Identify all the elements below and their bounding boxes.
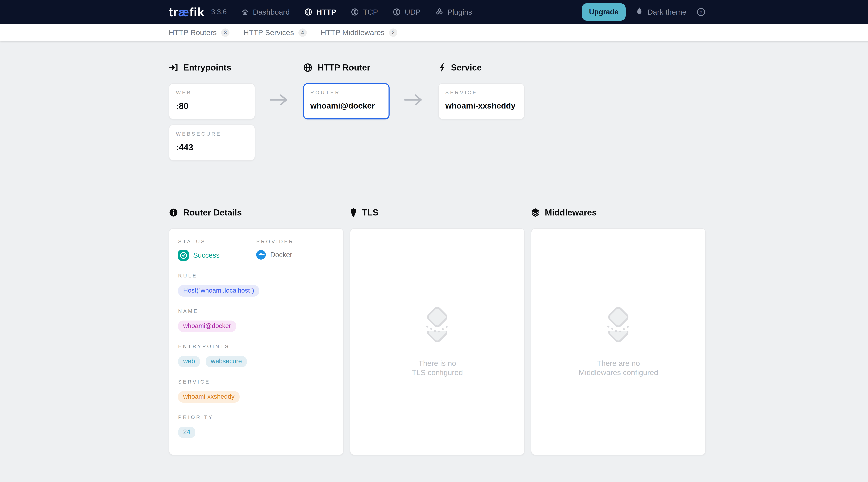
empty-layers-icon	[420, 306, 455, 345]
tls-empty-card: There is no TLS configured	[350, 228, 525, 455]
entrypoints-column: Entrypoints WEB :80 WEBSECURE :443	[169, 62, 255, 161]
name-field: NAME whoami@docker	[178, 308, 334, 332]
name-label: NAME	[178, 308, 334, 314]
card-label: WEBSECURE	[176, 131, 248, 137]
rule-field: RULE Host(`whoami.localhost`)	[178, 273, 334, 297]
priority-label: PRIORITY	[178, 415, 334, 420]
empty-layers-icon	[600, 306, 636, 345]
count-badge: 4	[299, 28, 307, 37]
rule-pill: Host(`whoami.localhost`)	[178, 285, 259, 297]
name-pill: whoami@docker	[178, 321, 236, 332]
middlewares-title: Middlewares	[531, 208, 706, 217]
nav-item-dashboard[interactable]: Dashboard	[241, 8, 290, 16]
entrypoint-card-web[interactable]: WEB :80	[169, 83, 255, 119]
status-label: STATUS	[178, 239, 256, 244]
service-label: SERVICE	[178, 379, 334, 385]
flow-arrow-icon	[390, 62, 438, 106]
router-details-title: Router Details	[169, 208, 344, 217]
http-router-title: HTTP Router	[303, 62, 390, 72]
service-field: SERVICE whoami-xxsheddy	[178, 379, 334, 403]
count-badge: 3	[221, 28, 229, 37]
card-label: SERVICE	[445, 90, 517, 95]
entrypoints-title: Entrypoints	[169, 62, 255, 72]
tab-label: HTTP Middlewares	[321, 28, 384, 37]
udp-icon	[393, 8, 401, 16]
service-pill[interactable]: whoami-xxsheddy	[178, 391, 239, 403]
middlewares-empty-text: There are no Middlewares configured	[579, 359, 658, 377]
tab-label: HTTP Routers	[169, 28, 217, 37]
info-icon	[169, 208, 178, 217]
globe-icon	[303, 63, 313, 72]
docker-icon	[256, 250, 266, 260]
traefik-logo[interactable]: træfik	[169, 5, 205, 19]
card-value: :443	[176, 142, 248, 152]
nav-label: Dashboard	[253, 8, 290, 16]
provider-value: Docker	[270, 251, 292, 259]
plugins-cubes-icon	[435, 8, 443, 16]
svg-text:?: ?	[700, 9, 703, 15]
service-title: Service	[438, 62, 525, 72]
router-details-card: STATUS Success PROVID	[169, 228, 344, 455]
service-column: Service SERVICE whoami-xxsheddy	[438, 62, 525, 119]
http-subnav: HTTP Routers 3 HTTP Services 4 HTTP Midd…	[0, 24, 868, 41]
card-label: WEB	[176, 90, 248, 95]
tcp-icon	[351, 8, 359, 16]
nav-label: TCP	[363, 8, 378, 16]
layers-icon	[531, 208, 540, 217]
entrypoint-arrow-icon	[169, 63, 178, 72]
home-icon	[241, 8, 249, 16]
request-flow: Entrypoints WEB :80 WEBSECURE :443	[169, 62, 706, 161]
card-value: whoami@docker	[310, 101, 382, 111]
entrypoint-pill: websecure	[206, 356, 247, 367]
globe-icon	[304, 8, 312, 16]
nav-label: UDP	[405, 8, 421, 16]
middlewares-empty-card: There are no Middlewares configured	[531, 228, 706, 455]
tls-title: TLS	[350, 208, 525, 217]
nav-item-tcp[interactable]: TCP	[351, 8, 378, 16]
entrypoint-pill: web	[178, 356, 200, 367]
top-navbar: træfik 3.3.6 Dashboard	[0, 0, 868, 24]
provider-label: PROVIDER	[256, 239, 334, 244]
card-value: whoami-xxsheddy	[445, 101, 517, 111]
nav-label: HTTP	[316, 8, 336, 16]
tls-empty-text: There is no TLS configured	[412, 359, 463, 377]
middlewares-section: Middlewares There are no Middlewares co	[531, 208, 706, 455]
card-label: ROUTER	[310, 90, 382, 95]
theme-toggle[interactable]: Dark theme	[636, 7, 686, 17]
status-badge: Success	[193, 251, 220, 260]
success-check-icon	[178, 250, 189, 261]
router-card[interactable]: ROUTER whoami@docker	[303, 83, 390, 119]
upgrade-button[interactable]: Upgrade	[582, 3, 626, 21]
main-nav: Dashboard HTTP TCP	[241, 8, 472, 16]
entrypoint-card-websecure[interactable]: WEBSECURE :443	[169, 124, 255, 161]
detail-sections: Router Details STATUS	[169, 208, 706, 455]
droplet-icon	[636, 7, 643, 17]
entrypoints-label: ENTRYPOINTS	[178, 343, 334, 349]
tab-http-services[interactable]: HTTP Services 4	[243, 28, 307, 37]
status-field: STATUS Success	[178, 239, 256, 261]
router-detail-page: Entrypoints WEB :80 WEBSECURE :443	[169, 41, 706, 455]
nav-item-plugins[interactable]: Plugins	[435, 8, 472, 16]
rule-label: RULE	[178, 273, 334, 279]
router-details-section: Router Details STATUS	[169, 208, 344, 455]
flow-arrow-icon	[255, 62, 303, 106]
nav-item-udp[interactable]: UDP	[393, 8, 421, 16]
nav-item-http[interactable]: HTTP	[304, 8, 336, 16]
tls-section: TLS There is no TLS configured	[350, 208, 525, 455]
priority-pill: 24	[178, 427, 195, 438]
lightning-bolt-icon	[438, 62, 446, 72]
service-card[interactable]: SERVICE whoami-xxsheddy	[438, 83, 525, 119]
nav-label: Plugins	[447, 8, 472, 16]
tab-http-middlewares[interactable]: HTTP Middlewares 2	[321, 28, 397, 37]
provider-field: PROVIDER Docker	[256, 239, 334, 261]
tab-label: HTTP Services	[243, 28, 294, 37]
version-label: 3.3.6	[211, 8, 226, 16]
router-column: HTTP Router ROUTER whoami@docker	[303, 62, 390, 119]
tab-http-routers[interactable]: HTTP Routers 3	[169, 28, 229, 37]
help-icon[interactable]: ?	[696, 7, 706, 17]
traefik-dashboard: træfik 3.3.6 Dashboard	[0, 0, 868, 482]
count-badge: 2	[389, 28, 397, 37]
shield-icon	[350, 208, 357, 217]
entrypoints-field: ENTRYPOINTS web websecure	[178, 343, 334, 367]
theme-label: Dark theme	[647, 8, 686, 16]
